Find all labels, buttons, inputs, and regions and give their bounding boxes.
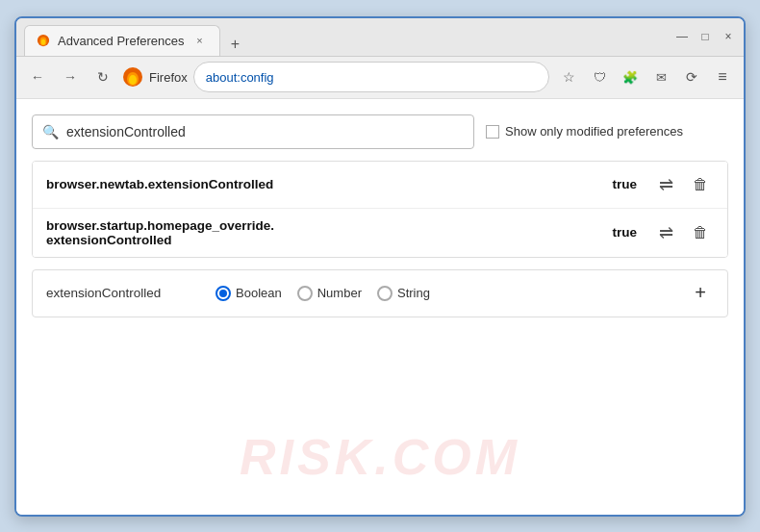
nav-icons: ☆ 🛡 🧩 ✉ ⟳ ≡ — [555, 63, 736, 90]
preferences-table: browser.newtab.extensionControlled true … — [32, 161, 728, 258]
radio-string-label: String — [397, 286, 430, 300]
pref-reset-button-2[interactable]: ⇌ — [652, 219, 679, 246]
pref-value-1: true — [612, 177, 637, 191]
tab-title: Advanced Preferences — [58, 34, 185, 48]
pref-name-1: browser.newtab.extensionControlled — [46, 177, 604, 191]
type-radio-group: Boolean Number String — [215, 286, 430, 301]
new-pref-name: extensionControlled — [46, 286, 200, 300]
profile-icon[interactable]: ✉ — [647, 63, 674, 90]
svg-point-2 — [41, 39, 45, 45]
search-input[interactable]: extensionControlled — [66, 124, 186, 139]
exchange-icon-2: ⇌ — [659, 222, 673, 243]
address-bar[interactable]: about:config — [193, 62, 549, 92]
pref-value-2: true — [612, 225, 637, 240]
radio-number-circle — [297, 286, 313, 301]
exchange-icon-1: ⇌ — [659, 174, 673, 195]
minimize-button[interactable]: — — [674, 29, 690, 44]
show-modified-label: Show only modified preferences — [505, 124, 683, 139]
add-icon: + — [695, 282, 706, 304]
navbar: ← → ↻ Firefox about:config ☆ 🛡 🧩 ✉ ⟳ ≡ — [16, 57, 744, 99]
back-button[interactable]: ← — [24, 63, 51, 90]
tab-close-button[interactable]: × — [192, 33, 208, 48]
pref-delete-button-1[interactable]: 🗑 — [687, 171, 714, 198]
firefox-logo — [122, 66, 143, 88]
sync-icon[interactable]: ⟳ — [678, 63, 705, 90]
address-bar-url: about:config — [206, 70, 274, 85]
pref-name-2b: extensionControlled — [46, 233, 604, 247]
window-close-button[interactable]: × — [721, 29, 736, 44]
radio-string-circle — [377, 286, 393, 301]
radio-boolean-circle — [215, 286, 231, 301]
reload-button[interactable]: ↻ — [89, 63, 116, 90]
table-row: browser.startup.homepage_override. exten… — [33, 209, 727, 257]
radio-number-label: Number — [317, 286, 362, 300]
table-row: browser.newtab.extensionControlled true … — [33, 162, 727, 209]
search-box[interactable]: 🔍 extensionControlled — [32, 114, 474, 149]
delete-icon-2: 🗑 — [693, 224, 708, 241]
radio-boolean[interactable]: Boolean — [215, 286, 282, 301]
pref-delete-button-2[interactable]: 🗑 — [687, 219, 714, 246]
radio-number[interactable]: Number — [297, 286, 362, 301]
menu-icon[interactable]: ≡ — [709, 63, 736, 90]
search-icon: 🔍 — [42, 124, 59, 139]
window-controls: — □ × — [674, 29, 736, 44]
pref-name-2-container: browser.startup.homepage_override. exten… — [46, 218, 604, 247]
pref-reset-button-1[interactable]: ⇌ — [652, 171, 679, 198]
radio-boolean-inner — [219, 290, 227, 297]
extension-icon[interactable]: 🧩 — [617, 63, 644, 90]
search-row: 🔍 extensionControlled Show only modified… — [32, 114, 728, 149]
content-area: RISK.COM 🔍 extensionControlled Show only… — [16, 99, 744, 515]
tab-favicon — [37, 34, 50, 47]
maximize-button[interactable]: □ — [697, 29, 713, 44]
tab-area: Advanced Preferences × + — [24, 18, 674, 56]
new-preference-row: extensionControlled Boolean Number — [32, 269, 728, 317]
pref-name-2a: browser.startup.homepage_override. — [46, 218, 604, 233]
radio-string[interactable]: String — [377, 286, 430, 301]
browser-window: Advanced Preferences × + — □ × ← → ↻ Fir… — [14, 16, 746, 517]
shield-icon[interactable]: 🛡 — [586, 63, 613, 90]
show-modified-option[interactable]: Show only modified preferences — [486, 124, 683, 139]
show-modified-checkbox[interactable] — [486, 125, 499, 139]
new-tab-button[interactable]: + — [224, 33, 247, 56]
watermark: RISK.COM — [240, 428, 520, 486]
bookmark-icon[interactable]: ☆ — [555, 63, 582, 90]
title-bar: Advanced Preferences × + — □ × — [16, 18, 744, 57]
forward-button[interactable]: → — [57, 63, 84, 90]
radio-boolean-label: Boolean — [236, 286, 282, 300]
svg-point-5 — [129, 75, 137, 85]
active-tab[interactable]: Advanced Preferences × — [24, 25, 220, 56]
add-preference-button[interactable]: + — [687, 280, 714, 307]
browser-name: Firefox — [149, 70, 188, 85]
delete-icon-1: 🗑 — [693, 176, 708, 193]
